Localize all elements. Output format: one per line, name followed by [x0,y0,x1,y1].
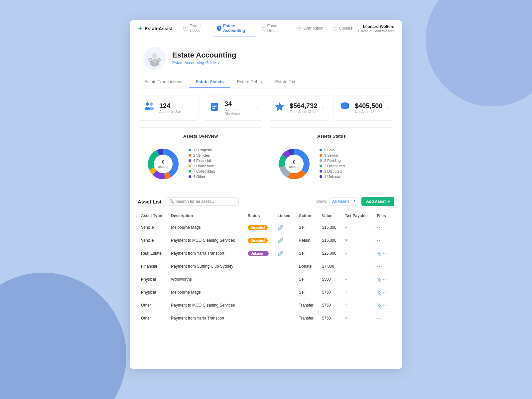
hero-image: $ $ [143,47,166,70]
step-num: 4 [296,26,302,31]
cell-status [244,299,274,312]
nav-step-estate-accounting[interactable]: 2Estate Accounting [213,20,256,37]
cell-value: $15,300 [319,221,341,234]
row-menu-button[interactable]: ··· [377,263,383,269]
step-num: 1 [183,26,188,31]
step-label: Distribution [303,26,323,31]
overview-donut: 0 assets [143,144,183,184]
cell-tax: ? [341,299,373,312]
legend-dot [189,165,191,167]
svg-rect-14 [212,106,216,107]
cell-files: ··· [373,260,394,273]
logo-text: EstateAssist [145,26,173,31]
cell-status [244,273,274,286]
show-select[interactable]: All Assets [329,198,357,205]
row-menu-button[interactable]: ··· [383,250,389,256]
cell-files: ··· [373,221,394,234]
row-menu-button[interactable]: ··· [383,302,389,308]
legend-dot [320,149,322,151]
hero-text: Estate Accounting Estate Accounting Guid… [172,51,236,66]
files-clip-icon: 📎 [377,277,382,282]
status-center: 0 assets [289,159,299,169]
charts-row: Assets Overview 0 assets 12 Property2 Ve… [138,127,394,190]
cell-linked [274,299,296,312]
add-asset-button[interactable]: Add Asset ▾ [361,197,394,206]
stat-label-0: Assets to Sell [159,110,182,114]
cell-tax: ✕ [341,234,373,247]
status-badge-disputed: Disputed [248,238,268,243]
cell-tax: ✕ [341,312,373,325]
col-linked: Linked [274,211,296,221]
legend-item: 12 Property [189,148,215,152]
svg-rect-13 [212,105,216,105]
nav-step-estate-details[interactable]: 3Estate Details [257,20,292,37]
col-action: Action [296,211,319,221]
table-row: Vehicle Melbourne Mags Disputed 🔗 Sell $… [138,221,394,234]
row-menu-button[interactable]: ··· [377,224,383,230]
cell-desc: Melbourne Mags [168,286,244,299]
linked-icon: 🔗 [278,238,283,243]
step-label: Estate Details [267,24,288,33]
cell-tax: ? [341,286,373,299]
stat-info-1: ? [256,106,258,110]
legend-label: 5 Sold [324,148,334,152]
row-menu-button[interactable]: ··· [377,237,383,243]
tab-estate-assets[interactable]: Estate Assets [189,76,230,88]
tab-estate-tax[interactable]: Estate Tax [268,76,302,88]
svg-point-8 [146,102,149,106]
stat-text-0: 124 Assets to Sell [159,102,182,114]
table-row: Other Payment from Yarra Transport Trans… [138,312,394,325]
cell-action: Transfer [296,312,319,325]
cell-status [244,260,274,273]
logo[interactable]: ✦ EstateAssist [138,25,173,32]
tab-estate-debts[interactable]: Estate Debts [230,76,268,88]
cell-files: 📎 ··· [373,247,394,260]
cell-files: 📎 ··· [373,286,394,299]
status-inner: 0 assets 5 Sold3 Selling2 Pending2 Distr… [274,144,389,184]
row-menu-button[interactable]: ··· [377,315,383,321]
cell-type: Other [138,299,168,312]
cell-action: Sell [296,247,319,260]
guide-link[interactable]: Estate Accounting Guide ∨ [172,61,220,65]
row-menu-button[interactable]: ··· [383,276,389,282]
stat-text-2: $564,732 Total Asset Value [290,102,318,114]
legend-label: 7 Collectibles [193,169,215,173]
step-label: Closure [339,26,352,31]
legend-item: 1 Disputed [320,169,345,173]
tab-estate-transactions[interactable]: Estate Transactions [138,76,189,88]
app-card: ✦ EstateAssist 1Estate Tasks2Estate Acco… [130,20,402,369]
search-wrap[interactable]: 🔍 [166,197,239,206]
nav-step-estate-tasks[interactable]: 1Estate Tasks [179,20,212,37]
nav-step-closure[interactable]: 5Closure [328,20,356,37]
row-menu-button[interactable]: ··· [383,289,389,295]
hero-title: Estate Accounting [172,51,236,60]
col-asset-type: Asset Type [138,211,168,221]
hero-section: $ $ Estate Accounting Estate Accounting … [130,37,402,76]
legend-dot [320,165,322,167]
legend-dot [320,154,322,157]
stats-row: 124 Assets to Sell ? 34 Assets to Distri… [130,88,402,127]
tax-check-icon: ✓ [345,225,348,230]
cell-linked [274,273,296,286]
legend-dot [320,175,322,178]
cell-value: $750 [319,286,341,299]
cell-value: $7,000 [319,260,341,273]
nav-user: Leonard Wolters Estate of Sam Wolters [358,24,394,33]
cell-value: $15,300 [319,234,341,247]
step-label: Estate Accounting [223,24,252,33]
show-select-wrap: All Assets [329,198,357,205]
cell-value: $750 [319,299,341,312]
overview-inner: 0 assets 12 Property2 Vehicles4 Financia… [143,144,258,184]
svg-point-21 [341,106,349,109]
stat-info-3: ? [387,106,389,110]
legend-item: 7 Collectibles [189,169,215,173]
cell-action: Transfer [296,299,319,312]
add-asset-label: Add Asset [366,199,386,204]
legend-label: 4 Other [193,175,205,179]
step-num: 3 [261,26,266,31]
stat-card-0: 124 Assets to Sell ? [138,95,199,121]
stat-text-3: $405,500 Net Asset Value [355,102,382,114]
cell-action: Sell [296,221,319,234]
search-input[interactable] [176,199,235,204]
nav-step-distribution[interactable]: 4Distribution [292,20,327,37]
